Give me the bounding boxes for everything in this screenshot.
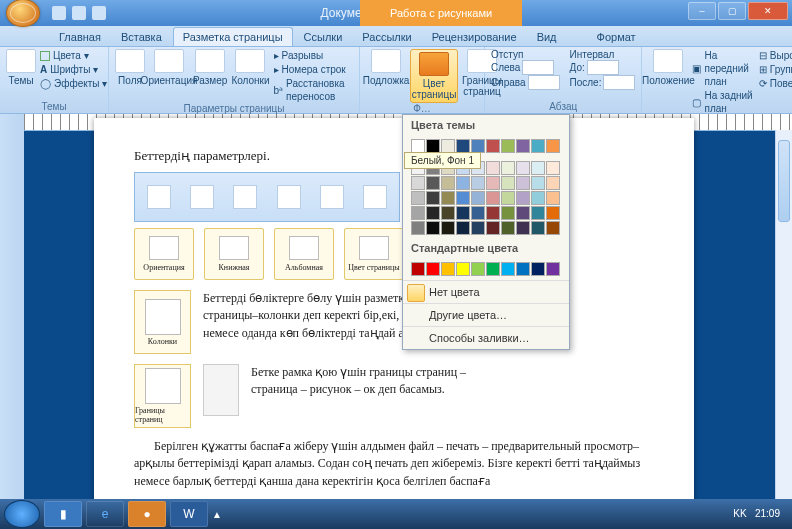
color-swatch[interactable]: [486, 176, 500, 190]
color-swatch[interactable]: [501, 176, 515, 190]
tab-insert[interactable]: Вставка: [112, 28, 171, 46]
theme-effects-button[interactable]: ◯Эффекты▾: [40, 77, 107, 90]
group-button[interactable]: ⊞Группировать: [759, 63, 792, 76]
position-button[interactable]: Положение: [648, 49, 688, 86]
minimize-button[interactable]: –: [688, 2, 716, 20]
spacing-after-input[interactable]: [603, 75, 635, 90]
undo-icon[interactable]: [72, 6, 86, 20]
color-swatch[interactable]: [501, 262, 515, 276]
color-swatch[interactable]: [531, 139, 545, 153]
taskbar-word-icon[interactable]: W: [170, 501, 208, 527]
tab-review[interactable]: Рецензирование: [423, 28, 526, 46]
color-swatch[interactable]: [516, 262, 530, 276]
color-swatch[interactable]: [426, 191, 440, 205]
color-swatch[interactable]: [501, 206, 515, 220]
orientation-button[interactable]: Ориентация: [149, 49, 189, 86]
taskbar-explorer-icon[interactable]: ▮: [44, 501, 82, 527]
redo-icon[interactable]: [92, 6, 106, 20]
color-swatch[interactable]: [501, 191, 515, 205]
tray-flag-icon[interactable]: ▲: [212, 509, 222, 520]
close-button[interactable]: ✕: [748, 2, 788, 20]
columns-button[interactable]: Колонки: [231, 49, 269, 86]
color-swatch[interactable]: [471, 221, 485, 235]
color-swatch[interactable]: [486, 191, 500, 205]
page[interactable]: Беттердің параметрлері. Ориентация Книжн…: [94, 118, 694, 508]
color-swatch[interactable]: [546, 262, 560, 276]
color-swatch[interactable]: [546, 221, 560, 235]
color-swatch[interactable]: [411, 176, 425, 190]
color-swatch[interactable]: [456, 139, 470, 153]
themes-button[interactable]: Темы: [6, 49, 36, 86]
color-swatch[interactable]: [411, 191, 425, 205]
tray-clock[interactable]: KK 21:09: [725, 508, 788, 520]
color-swatch[interactable]: [531, 176, 545, 190]
scroll-thumb[interactable]: [778, 140, 790, 222]
color-swatch[interactable]: [441, 206, 455, 220]
more-colors-item[interactable]: Другие цвета…: [403, 303, 569, 326]
color-swatch[interactable]: [426, 176, 440, 190]
tab-references[interactable]: Ссылки: [295, 28, 352, 46]
color-swatch[interactable]: [531, 262, 545, 276]
color-swatch[interactable]: [516, 161, 530, 175]
color-swatch[interactable]: [441, 191, 455, 205]
tab-home[interactable]: Главная: [50, 28, 110, 46]
color-swatch[interactable]: [471, 206, 485, 220]
color-swatch[interactable]: [456, 191, 470, 205]
tab-view[interactable]: Вид: [528, 28, 566, 46]
color-swatch[interactable]: [546, 139, 560, 153]
tab-mailings[interactable]: Рассылки: [353, 28, 420, 46]
color-swatch[interactable]: [441, 176, 455, 190]
rotate-button[interactable]: ⟳Повернуть: [759, 77, 792, 90]
color-swatch[interactable]: [456, 221, 470, 235]
color-swatch[interactable]: [516, 176, 530, 190]
maximize-button[interactable]: ▢: [718, 2, 746, 20]
page-color-button[interactable]: Цвет страницы: [410, 49, 458, 103]
color-swatch[interactable]: [531, 206, 545, 220]
color-swatch[interactable]: [456, 262, 470, 276]
vertical-scrollbar[interactable]: [775, 130, 792, 508]
color-swatch[interactable]: [486, 221, 500, 235]
color-swatch[interactable]: [426, 139, 440, 153]
color-swatch[interactable]: [426, 206, 440, 220]
color-swatch[interactable]: [501, 139, 515, 153]
fill-effects-item[interactable]: Способы заливки…: [403, 326, 569, 349]
line-numbers-button[interactable]: ▸Номера строк: [274, 63, 353, 76]
start-button[interactable]: [4, 500, 40, 528]
theme-fonts-button[interactable]: AШрифты▾: [40, 63, 107, 76]
color-swatch[interactable]: [486, 206, 500, 220]
color-swatch[interactable]: [441, 262, 455, 276]
taskbar-firefox-icon[interactable]: ●: [128, 501, 166, 527]
color-swatch[interactable]: [486, 139, 500, 153]
bring-front-button[interactable]: ▣На передний план: [692, 49, 754, 88]
color-swatch[interactable]: [546, 191, 560, 205]
save-icon[interactable]: [52, 6, 66, 20]
color-swatch[interactable]: [531, 161, 545, 175]
taskbar-ie-icon[interactable]: e: [86, 501, 124, 527]
color-swatch[interactable]: [486, 161, 500, 175]
color-swatch[interactable]: [516, 221, 530, 235]
color-swatch[interactable]: [546, 161, 560, 175]
color-swatch[interactable]: [441, 139, 455, 153]
color-swatch[interactable]: [531, 191, 545, 205]
align-button[interactable]: ⊟Выровнять: [759, 49, 792, 62]
color-swatch[interactable]: [441, 221, 455, 235]
no-color-item[interactable]: Нет цвета: [403, 280, 569, 303]
color-swatch[interactable]: [411, 206, 425, 220]
office-button[interactable]: [6, 0, 40, 27]
size-button[interactable]: Размер: [193, 49, 227, 86]
color-swatch[interactable]: [411, 221, 425, 235]
spacing-before-input[interactable]: [587, 60, 619, 75]
color-swatch[interactable]: [546, 206, 560, 220]
send-back-button[interactable]: ▢На задний план: [692, 89, 754, 115]
tab-page-layout[interactable]: Разметка страницы: [173, 27, 293, 46]
color-swatch[interactable]: [471, 191, 485, 205]
color-swatch[interactable]: [531, 221, 545, 235]
watermark-button[interactable]: Подложка: [366, 49, 406, 86]
indent-right-input[interactable]: [528, 75, 560, 90]
hyphenation-button[interactable]: bᵃРасстановка переносов: [274, 77, 353, 103]
color-swatch[interactable]: [411, 139, 425, 153]
color-swatch[interactable]: [411, 262, 425, 276]
indent-left-input[interactable]: [522, 60, 554, 75]
color-swatch[interactable]: [501, 161, 515, 175]
color-swatch[interactable]: [456, 176, 470, 190]
